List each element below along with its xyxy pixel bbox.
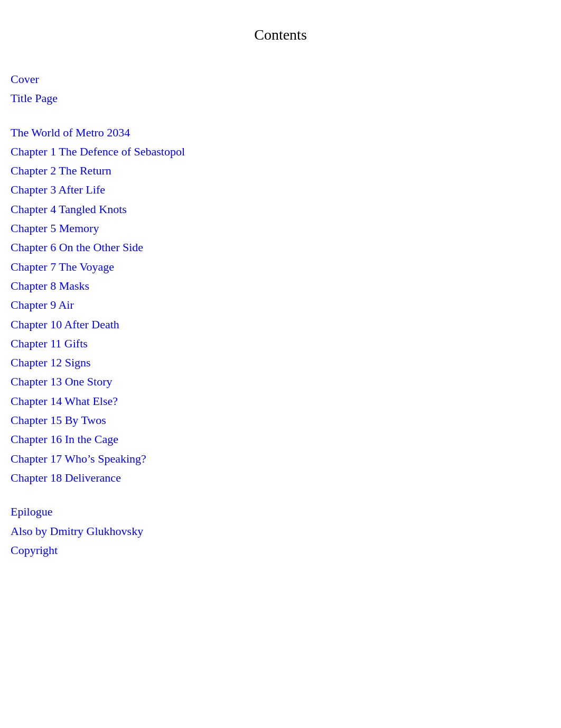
toc-item: Chapter 9 Air xyxy=(11,296,550,315)
toc-item: Chapter 5 Memory xyxy=(11,219,550,238)
toc-item: Also by Dmitry Glukhovsky xyxy=(11,522,550,541)
toc-item: Chapter 15 By Twos xyxy=(11,411,550,430)
toc-link-chapter-9[interactable]: Chapter 9 Air xyxy=(11,296,550,315)
toc-item: Chapter 8 Masks xyxy=(11,277,550,296)
toc-item: Chapter 7 The Voyage xyxy=(11,257,550,277)
toc-item: Chapter 13 One Story xyxy=(11,372,550,391)
page-title: Contents xyxy=(11,26,550,43)
toc-link-title-page[interactable]: Title Page xyxy=(11,89,550,108)
toc-link-chapter-14[interactable]: Chapter 14 What Else? xyxy=(11,392,550,411)
toc-item: Chapter 18 Deliverance xyxy=(11,468,550,487)
toc-item: Chapter 11 Gifts xyxy=(11,334,550,353)
toc-link-chapter-17[interactable]: Chapter 17 Who’s Speaking? xyxy=(11,449,550,468)
toc-link-chapter-3[interactable]: Chapter 3 After Life xyxy=(11,180,550,199)
toc-link-chapter-1[interactable]: Chapter 1 The Defence of Sebastopol xyxy=(11,142,550,161)
toc-list: CoverTitle PageThe World of Metro 2034Ch… xyxy=(11,70,550,560)
toc-link-chapter-5[interactable]: Chapter 5 Memory xyxy=(11,219,550,238)
toc-link-chapter-16[interactable]: Chapter 16 In the Cage xyxy=(11,430,550,449)
toc-link-also-by[interactable]: Also by Dmitry Glukhovsky xyxy=(11,522,550,541)
toc-item: Chapter 10 After Death xyxy=(11,315,550,334)
toc-item: Chapter 3 After Life xyxy=(11,180,550,199)
toc-item: Cover xyxy=(11,70,550,89)
toc-link-chapter-2[interactable]: Chapter 2 The Return xyxy=(11,161,550,180)
toc-item: Chapter 17 Who’s Speaking? xyxy=(11,449,550,468)
toc-item: Chapter 1 The Defence of Sebastopol xyxy=(11,142,550,161)
toc-link-chapter-8[interactable]: Chapter 8 Masks xyxy=(11,277,550,296)
toc-spacer xyxy=(11,487,550,502)
toc-link-chapter-11[interactable]: Chapter 11 Gifts xyxy=(11,334,550,353)
toc-item: Chapter 6 On the Other Side xyxy=(11,238,550,257)
toc-spacer xyxy=(11,108,550,123)
toc-item: Chapter 4 Tangled Knots xyxy=(11,200,550,219)
toc-item: Chapter 14 What Else? xyxy=(11,392,550,411)
toc-item: Chapter 16 In the Cage xyxy=(11,430,550,449)
toc-link-world-of-metro[interactable]: The World of Metro 2034 xyxy=(11,123,550,142)
toc-item: Chapter 2 The Return xyxy=(11,161,550,180)
toc-link-chapter-13[interactable]: Chapter 13 One Story xyxy=(11,372,550,391)
toc-item: Copyright xyxy=(11,541,550,560)
toc-link-epilogue[interactable]: Epilogue xyxy=(11,502,550,521)
toc-link-chapter-15[interactable]: Chapter 15 By Twos xyxy=(11,411,550,430)
toc-link-chapter-12[interactable]: Chapter 12 Signs xyxy=(11,353,550,372)
toc-item: Chapter 12 Signs xyxy=(11,353,550,372)
toc-link-chapter-18[interactable]: Chapter 18 Deliverance xyxy=(11,468,550,487)
toc-link-chapter-7[interactable]: Chapter 7 The Voyage xyxy=(11,257,550,277)
toc-link-cover[interactable]: Cover xyxy=(11,70,550,89)
toc-link-chapter-10[interactable]: Chapter 10 After Death xyxy=(11,315,550,334)
toc-link-chapter-4[interactable]: Chapter 4 Tangled Knots xyxy=(11,200,550,219)
toc-item: Epilogue xyxy=(11,502,550,521)
toc-item: The World of Metro 2034 xyxy=(11,123,550,142)
toc-link-copyright[interactable]: Copyright xyxy=(11,541,550,560)
toc-item: Title Page xyxy=(11,89,550,108)
toc-link-chapter-6[interactable]: Chapter 6 On the Other Side xyxy=(11,238,550,257)
